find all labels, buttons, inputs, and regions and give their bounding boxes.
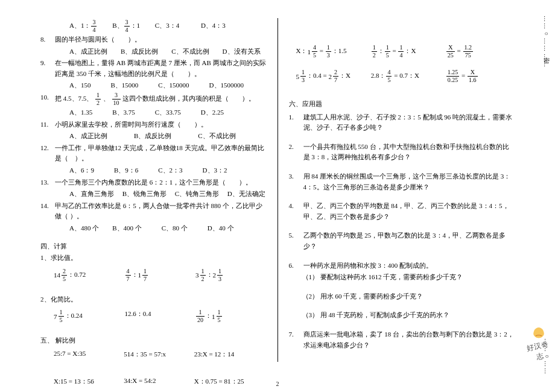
q11-options: A、成正比例 B、成反比例 C、不成比例 — [40, 131, 267, 142]
q12: 12.一件工作，甲单独做12 天完成，乙单独做18 天完成。甲乙效率的最简比是（… — [40, 143, 267, 164]
section-5-heading: 五、 解比例 — [40, 335, 267, 346]
q14: 14.甲与乙的工作效率比是 6：5，两人合做一批零件共计 880 个，乙比甲少做… — [40, 201, 267, 222]
q12-options: A、6：9 B、9：6 C、2：3 D、3：2 — [40, 165, 267, 176]
s5-row1: 25:7 = X:35 514：35 = 57:x 23:X = 12：14 — [54, 350, 267, 359]
hand-icon — [530, 323, 547, 340]
q7-options: A、1：34 B、34：1 C、3：4 D、4：3 — [40, 19, 267, 33]
right-column: X：145 = 13：1.5 12：15 = 14：X X25 = 1.275 … — [278, 18, 522, 362]
left-column: A、1：34 B、34：1 C、3：4 D、4：3 8.圆的半径与圆周长（ ）。… — [33, 18, 278, 362]
app-q6-1: （1） 要配制这种药水 1612 千克，需要药粉多少千克？ — [289, 272, 515, 283]
binding-mark-top: ……○……密…… — [542, 16, 550, 68]
solve-row-1: X：145 = 13：1.5 12：15 = 14：X X25 = 1.275 — [296, 45, 515, 58]
app-q5: 5.乙两个数的平均数是 25，甲数与乙数的比是 3：4，甲、乙两数各是多少？ — [289, 230, 515, 251]
page-number: 2 — [0, 381, 555, 387]
s4-1-title: 1、求比值。 — [40, 253, 267, 264]
app-q7: 7.商店运来一批电冰箱，卖了 18 台，卖出的台数与剩下的台数比是 3：2，求运… — [289, 329, 515, 350]
app-q2: 2.一个县共有拖拉机 550 台，其中大型拖拉机台数和手扶拖拉机台数的比是 3：… — [289, 142, 515, 163]
section-4-heading: 四、计算 — [40, 241, 267, 252]
solve-row-2: 513：0.4 = 227：X 2.8：45 = 0.7：X 1.250.25 … — [296, 69, 515, 83]
q10: 10. 把 4.5、7.5、 12 、 310 这四个数组成比例，其内项的积是（… — [40, 92, 267, 106]
app-q6: 6.一种药水是用药物和水按 3：400 配制成的。 — [289, 261, 515, 271]
q9: 9.在一幅地图上，量得 AB 两城市距离是 7 厘米，而 AB 两城市之间的实际… — [40, 58, 267, 79]
app-q4: 4.甲、乙、丙三个数的平均数是 84，甲、乙、丙三个数的比是 3：4：5，甲、乙… — [289, 201, 515, 222]
s4-2-title: 2、化简比。 — [40, 294, 267, 305]
q13-options: A、直角三角形 B、锐角三角形 C、钝角三角形 D、无法确定 — [40, 189, 267, 200]
s4-1-row: 1425：0.72 47：117 312：213 — [54, 268, 267, 282]
q8: 8.圆的半径与圆周长（ ）。 — [40, 34, 267, 45]
q8-options: A、成正比例 B、成反比例 C、不成比例 D、没有关系 — [40, 46, 267, 57]
q14-options: A、480 个 B、400 个 C、80 个 D、40 个 — [40, 223, 267, 234]
q11: 11.小明从家里去学校，所需时间与所行速度（ ）。 — [40, 119, 267, 130]
app-q6-2: （2） 用水 60 千克，需要药粉多少千克？ — [289, 291, 515, 302]
q13: 13.一个三角形三个内角度数的比是 6：2：1，这个三角形是（ ）。 — [40, 177, 267, 188]
section-6-heading: 六、应用题 — [289, 99, 515, 110]
app-q1: 1.建筑工人用水泥、沙子、石子按 2：3：5 配制成 96 吨的混凝土，需要水泥… — [289, 112, 515, 133]
s4-2-row: 715：0.24 12.6：0.4 120：115 — [54, 309, 267, 323]
app-q3: 3.用 84 厘米长的铜丝围成一个三角形，这个三角形三条边长度的比是 3：4：5… — [289, 171, 515, 192]
q10-options: A、1.35 B、3.75 C、33.75 D、2.25 — [40, 107, 267, 118]
binding-mark-bottom: ……○…… — [544, 338, 550, 375]
q9-options: A、150 B、15000 C、150000 D、1500000 — [40, 80, 267, 91]
app-q6-3: （3） 用 48 千克药粉，可配制成多少千克的药水？ — [289, 310, 515, 321]
